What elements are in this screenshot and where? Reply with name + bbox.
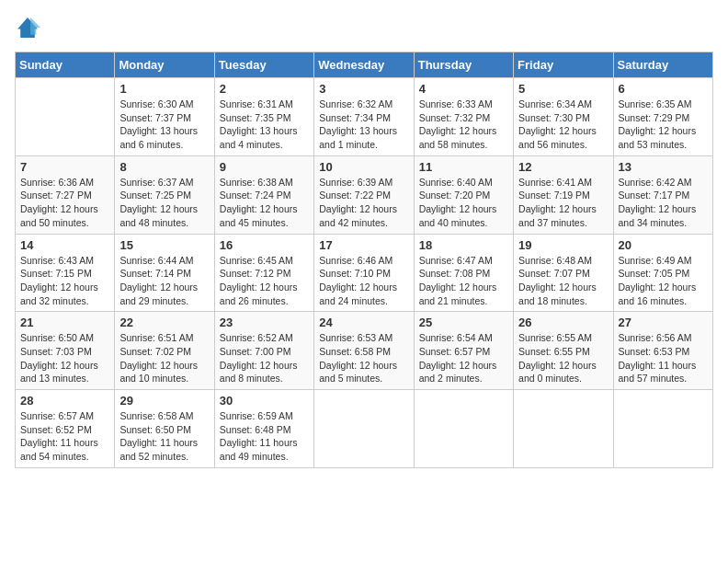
svg-marker-1 xyxy=(30,17,40,35)
day-number: 12 xyxy=(518,160,608,174)
calendar-cell: 12Sunrise: 6:41 AM Sunset: 7:19 PM Dayli… xyxy=(514,155,613,234)
day-number: 5 xyxy=(518,82,608,96)
day-info: Sunrise: 6:50 AM Sunset: 7:03 PM Dayligh… xyxy=(20,331,109,385)
day-info: Sunrise: 6:43 AM Sunset: 7:15 PM Dayligh… xyxy=(20,254,109,308)
day-number: 9 xyxy=(220,160,309,174)
calendar-cell: 26Sunrise: 6:55 AM Sunset: 6:55 PM Dayli… xyxy=(514,312,613,390)
calendar-cell: 18Sunrise: 6:47 AM Sunset: 7:08 PM Dayli… xyxy=(414,234,513,312)
day-number: 14 xyxy=(20,238,109,252)
day-number: 24 xyxy=(319,316,408,329)
day-info: Sunrise: 6:46 AM Sunset: 7:10 PM Dayligh… xyxy=(319,254,408,308)
calendar-cell: 11Sunrise: 6:40 AM Sunset: 7:20 PM Dayli… xyxy=(414,155,513,234)
logo-icon xyxy=(15,15,40,40)
day-info: Sunrise: 6:35 AM Sunset: 7:29 PM Dayligh… xyxy=(619,98,708,152)
day-info: Sunrise: 6:56 AM Sunset: 6:53 PM Dayligh… xyxy=(619,331,708,385)
calendar-cell: 29Sunrise: 6:58 AM Sunset: 6:50 PM Dayli… xyxy=(115,390,214,468)
day-info: Sunrise: 6:59 AM Sunset: 6:48 PM Dayligh… xyxy=(220,409,309,464)
calendar-cell: 25Sunrise: 6:54 AM Sunset: 6:57 PM Dayli… xyxy=(414,312,513,390)
day-info: Sunrise: 6:55 AM Sunset: 6:55 PM Dayligh… xyxy=(518,331,608,385)
day-info: Sunrise: 6:31 AM Sunset: 7:35 PM Dayligh… xyxy=(220,98,309,152)
column-header-sunday: Sunday xyxy=(16,52,115,78)
day-number: 23 xyxy=(220,316,309,329)
calendar-cell xyxy=(414,390,513,468)
calendar-week-row: 21Sunrise: 6:50 AM Sunset: 7:03 PM Dayli… xyxy=(16,312,713,390)
calendar-cell: 24Sunrise: 6:53 AM Sunset: 6:58 PM Dayli… xyxy=(314,312,414,390)
day-info: Sunrise: 6:30 AM Sunset: 7:37 PM Dayligh… xyxy=(119,98,209,152)
day-info: Sunrise: 6:34 AM Sunset: 7:30 PM Dayligh… xyxy=(518,98,608,152)
day-number: 15 xyxy=(119,238,209,252)
day-number: 11 xyxy=(419,160,508,174)
day-number: 20 xyxy=(619,238,708,252)
day-info: Sunrise: 6:45 AM Sunset: 7:12 PM Dayligh… xyxy=(220,254,309,308)
calendar-cell: 28Sunrise: 6:57 AM Sunset: 6:52 PM Dayli… xyxy=(16,390,115,468)
day-info: Sunrise: 6:48 AM Sunset: 7:07 PM Dayligh… xyxy=(518,254,608,308)
calendar-cell: 17Sunrise: 6:46 AM Sunset: 7:10 PM Dayli… xyxy=(314,234,414,312)
column-header-friday: Friday xyxy=(514,52,613,78)
calendar-cell: 5Sunrise: 6:34 AM Sunset: 7:30 PM Daylig… xyxy=(514,78,613,156)
calendar-week-row: 28Sunrise: 6:57 AM Sunset: 6:52 PM Dayli… xyxy=(16,390,713,468)
day-number: 3 xyxy=(319,82,408,96)
calendar-table: SundayMondayTuesdayWednesdayThursdayFrid… xyxy=(15,52,713,468)
calendar-cell xyxy=(314,390,414,468)
day-info: Sunrise: 6:53 AM Sunset: 6:58 PM Dayligh… xyxy=(319,331,408,385)
calendar-cell: 30Sunrise: 6:59 AM Sunset: 6:48 PM Dayli… xyxy=(214,390,313,468)
day-info: Sunrise: 6:42 AM Sunset: 7:17 PM Dayligh… xyxy=(619,176,708,230)
day-number: 7 xyxy=(20,160,109,174)
calendar-week-row: 14Sunrise: 6:43 AM Sunset: 7:15 PM Dayli… xyxy=(16,234,713,312)
calendar-cell: 1Sunrise: 6:30 AM Sunset: 7:37 PM Daylig… xyxy=(115,78,214,156)
day-number: 19 xyxy=(518,238,608,252)
day-number: 25 xyxy=(419,316,508,329)
logo xyxy=(15,15,44,40)
day-number: 17 xyxy=(319,238,408,252)
day-number: 22 xyxy=(119,316,209,329)
day-info: Sunrise: 6:33 AM Sunset: 7:32 PM Dayligh… xyxy=(419,98,508,152)
day-info: Sunrise: 6:58 AM Sunset: 6:50 PM Dayligh… xyxy=(119,409,209,464)
day-number: 8 xyxy=(119,160,209,174)
day-number: 28 xyxy=(20,394,109,408)
day-info: Sunrise: 6:38 AM Sunset: 7:24 PM Dayligh… xyxy=(220,176,309,230)
day-number: 4 xyxy=(419,82,508,96)
day-info: Sunrise: 6:32 AM Sunset: 7:34 PM Dayligh… xyxy=(319,98,408,152)
day-number: 30 xyxy=(220,394,309,408)
calendar-cell: 19Sunrise: 6:48 AM Sunset: 7:07 PM Dayli… xyxy=(514,234,613,312)
calendar-cell: 13Sunrise: 6:42 AM Sunset: 7:17 PM Dayli… xyxy=(613,155,712,234)
day-info: Sunrise: 6:47 AM Sunset: 7:08 PM Dayligh… xyxy=(419,254,508,308)
column-header-thursday: Thursday xyxy=(414,52,513,78)
calendar-cell: 23Sunrise: 6:52 AM Sunset: 7:00 PM Dayli… xyxy=(214,312,313,390)
calendar-cell xyxy=(16,78,115,156)
calendar-cell: 9Sunrise: 6:38 AM Sunset: 7:24 PM Daylig… xyxy=(214,155,313,234)
day-number: 16 xyxy=(220,238,309,252)
calendar-cell: 21Sunrise: 6:50 AM Sunset: 7:03 PM Dayli… xyxy=(16,312,115,390)
calendar-cell: 10Sunrise: 6:39 AM Sunset: 7:22 PM Dayli… xyxy=(314,155,414,234)
day-number: 18 xyxy=(419,238,508,252)
calendar-cell: 20Sunrise: 6:49 AM Sunset: 7:05 PM Dayli… xyxy=(613,234,712,312)
day-info: Sunrise: 6:54 AM Sunset: 6:57 PM Dayligh… xyxy=(419,331,508,385)
column-header-monday: Monday xyxy=(115,52,214,78)
calendar-cell: 15Sunrise: 6:44 AM Sunset: 7:14 PM Dayli… xyxy=(115,234,214,312)
calendar-header-row: SundayMondayTuesdayWednesdayThursdayFrid… xyxy=(16,52,713,78)
calendar-cell: 3Sunrise: 6:32 AM Sunset: 7:34 PM Daylig… xyxy=(314,78,414,156)
page-header xyxy=(15,15,713,40)
column-header-tuesday: Tuesday xyxy=(214,52,313,78)
calendar-cell: 2Sunrise: 6:31 AM Sunset: 7:35 PM Daylig… xyxy=(214,78,313,156)
calendar-cell: 14Sunrise: 6:43 AM Sunset: 7:15 PM Dayli… xyxy=(16,234,115,312)
day-number: 29 xyxy=(119,394,209,408)
calendar-cell: 8Sunrise: 6:37 AM Sunset: 7:25 PM Daylig… xyxy=(115,155,214,234)
calendar-cell: 27Sunrise: 6:56 AM Sunset: 6:53 PM Dayli… xyxy=(613,312,712,390)
column-header-saturday: Saturday xyxy=(613,52,712,78)
day-number: 21 xyxy=(20,316,109,329)
day-info: Sunrise: 6:51 AM Sunset: 7:02 PM Dayligh… xyxy=(119,331,209,385)
column-header-wednesday: Wednesday xyxy=(314,52,414,78)
day-info: Sunrise: 6:44 AM Sunset: 7:14 PM Dayligh… xyxy=(119,254,209,308)
day-info: Sunrise: 6:36 AM Sunset: 7:27 PM Dayligh… xyxy=(20,176,109,230)
day-info: Sunrise: 6:40 AM Sunset: 7:20 PM Dayligh… xyxy=(419,176,508,230)
day-number: 26 xyxy=(518,316,608,329)
day-info: Sunrise: 6:37 AM Sunset: 7:25 PM Dayligh… xyxy=(119,176,209,230)
calendar-cell xyxy=(514,390,613,468)
day-number: 10 xyxy=(319,160,408,174)
calendar-cell: 16Sunrise: 6:45 AM Sunset: 7:12 PM Dayli… xyxy=(214,234,313,312)
day-number: 13 xyxy=(619,160,708,174)
day-info: Sunrise: 6:49 AM Sunset: 7:05 PM Dayligh… xyxy=(619,254,708,308)
day-number: 27 xyxy=(619,316,708,329)
calendar-cell: 22Sunrise: 6:51 AM Sunset: 7:02 PM Dayli… xyxy=(115,312,214,390)
